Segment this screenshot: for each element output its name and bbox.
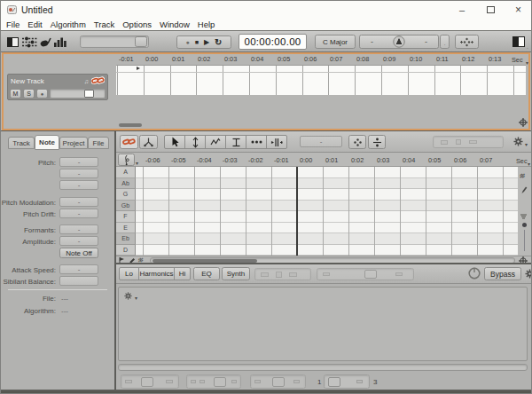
tempo-menu-button[interactable]: . [440, 35, 450, 49]
menu-options[interactable]: Options [122, 20, 152, 29]
track-volume-slider[interactable] [50, 89, 106, 98]
note-label[interactable]: G [116, 189, 136, 201]
editor-settings-dropdown-icon[interactable]: ▾ [525, 142, 528, 147]
sound-settings-gear-icon[interactable] [525, 269, 532, 279]
tool-amplitude[interactable] [246, 135, 267, 149]
track-volume-handle[interactable] [84, 90, 94, 98]
panel-layout-toggle[interactable] [512, 36, 525, 47]
key-selector[interactable]: C Major [315, 35, 356, 49]
solo-button[interactable]: S [23, 89, 35, 98]
pitch-field-3[interactable]: - [59, 180, 98, 190]
close-button[interactable]: × [505, 1, 531, 19]
macro-gear-dropdown-icon[interactable]: ▾ [135, 296, 137, 301]
sound-content[interactable]: ▾ [118, 287, 528, 361]
note-split-tool-button[interactable] [139, 135, 158, 149]
ruler-unit-dropdown-icon[interactable]: ▾ [526, 60, 528, 66]
tab-note[interactable]: Note [35, 135, 59, 150]
tool-formant[interactable] [225, 135, 246, 149]
arrange-lanes[interactable] [116, 65, 526, 95]
note-label[interactable]: Ab [116, 178, 136, 190]
editor-settings-gear-icon[interactable] [513, 137, 523, 146]
tab-track[interactable]: Track [8, 137, 35, 149]
quantize-time-button[interactable] [368, 135, 386, 149]
menu-algorithm[interactable]: Algorithm [51, 20, 86, 29]
clef-dropdown-icon[interactable]: ▾ [136, 161, 138, 166]
pitch-modulation-field[interactable]: - [59, 197, 98, 207]
zoom-slider-handle[interactable] [135, 36, 147, 47]
hi-button[interactable]: Hi [174, 267, 191, 280]
panel-layout-dropdown-icon[interactable]: . [527, 44, 528, 50]
divider-vertical[interactable] [114, 131, 116, 390]
track-header[interactable]: New Track ♫ M S ● [7, 74, 108, 100]
eq-button[interactable]: EQ [193, 267, 220, 280]
tool-time[interactable] [266, 135, 287, 149]
note-blob-icon[interactable] [40, 36, 51, 47]
macro-range-slider[interactable] [324, 374, 370, 389]
macro-range-handle[interactable] [328, 377, 340, 387]
note-label[interactable]: E [116, 223, 136, 234]
synth-button[interactable]: Synth [222, 267, 250, 280]
menu-file[interactable]: File [6, 20, 20, 29]
vzoom-slider-handle[interactable] [522, 223, 527, 227]
macro-combo[interactable]: - [300, 136, 342, 147]
vzoom-slider-track[interactable] [524, 230, 525, 251]
formants-field[interactable]: - [59, 225, 98, 234]
time-display[interactable]: 00:00:00.00 [239, 34, 307, 50]
cycle-button[interactable]: ↻ [215, 37, 222, 47]
display-toggle-icon[interactable] [7, 37, 19, 47]
bypass-button[interactable]: Bypass [484, 267, 521, 280]
pitch-drift-field[interactable]: - [59, 209, 98, 218]
tool-pitch-modulation[interactable] [205, 135, 226, 149]
editor-unit-dropdown-icon[interactable]: ▾ [528, 162, 530, 167]
record-arm-button[interactable]: ● [36, 89, 48, 98]
harmonics-button[interactable]: Harmonics [138, 267, 175, 280]
pitch-field-1[interactable]: - [59, 157, 98, 167]
playhead-marker-icon[interactable] [137, 67, 140, 70]
amplitude-field[interactable]: - [59, 236, 98, 246]
divider-horizontal-mid[interactable] [114, 263, 531, 264]
note-label[interactable]: F [116, 211, 136, 223]
maximize-button[interactable] [477, 1, 504, 19]
note-off-button[interactable]: Note Off [59, 248, 98, 258]
tool-pitch[interactable] [184, 135, 206, 149]
knob-icon[interactable] [468, 267, 481, 280]
pitch-field-2[interactable]: - [59, 169, 98, 178]
tool-arrow[interactable] [164, 135, 185, 149]
menu-edit[interactable]: Edit [27, 20, 42, 29]
note-label[interactable]: Gb [116, 201, 136, 212]
algorithm-link-icon[interactable] [91, 76, 105, 85]
attack-speed-field[interactable]: - [59, 264, 98, 274]
stop-button[interactable]: ■ [195, 39, 199, 45]
pitch-link-button[interactable] [120, 135, 138, 149]
scale-snap-icon[interactable]: ♯♯ [520, 172, 524, 178]
menu-help[interactable]: Help [198, 20, 215, 29]
track-params-icon[interactable] [22, 36, 37, 48]
menu-window[interactable]: Window [160, 20, 190, 29]
playhead[interactable] [296, 167, 298, 256]
tab-file[interactable]: File [88, 137, 109, 149]
tab-project[interactable]: Project [59, 137, 88, 149]
arrange-hscroll-handle[interactable] [119, 123, 142, 127]
clef-button[interactable] [118, 154, 135, 166]
tempo-control[interactable]: - - [359, 35, 439, 49]
macro-gear-icon[interactable] [124, 292, 132, 300]
editor-ruler-unit[interactable]: Sec [516, 157, 528, 165]
note-assignment-button[interactable] [455, 35, 479, 49]
play-button[interactable]: ▶ [204, 38, 209, 46]
lo-button[interactable]: Lo [119, 267, 139, 280]
edit-pencil-icon[interactable] [520, 185, 528, 194]
sibilant-balance-field[interactable] [59, 276, 98, 286]
note-label[interactable]: Eb [116, 233, 136, 245]
piano-roll[interactable] [136, 167, 518, 256]
note-label[interactable]: A [116, 167, 136, 178]
mute-button[interactable]: M [10, 89, 21, 98]
arrange-resize-icon[interactable] [519, 118, 528, 127]
correct-pitch-button[interactable] [348, 135, 366, 149]
track-name[interactable]: New Track [11, 77, 84, 85]
menu-track[interactable]: Track [94, 20, 114, 29]
minimize-button[interactable]: – [449, 1, 475, 19]
note-label[interactable]: D [116, 245, 136, 256]
levels-icon[interactable] [54, 37, 66, 47]
ruler-unit[interactable]: Sec [512, 56, 523, 64]
record-button[interactable]: ● [185, 39, 189, 45]
